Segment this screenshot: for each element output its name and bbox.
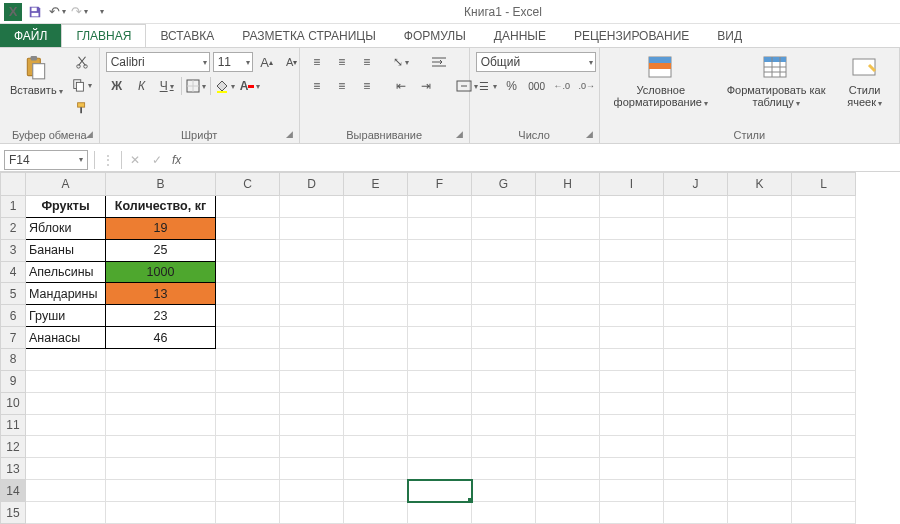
cell-K1[interactable] [728,196,792,218]
cell-A8[interactable] [26,349,106,371]
tab-formulas[interactable]: ФОРМУЛЫ [390,24,480,47]
cell-L7[interactable] [792,327,856,349]
cell-D3[interactable] [280,239,344,261]
row-header-11[interactable]: 11 [1,414,26,436]
cell-F10[interactable] [408,392,472,414]
cell-G3[interactable] [472,239,536,261]
cell-I12[interactable] [600,436,664,458]
cell-L4[interactable] [792,261,856,283]
tab-insert[interactable]: ВСТАВКА [146,24,228,47]
cell-K6[interactable] [728,305,792,327]
wrap-text-button[interactable] [426,52,452,72]
cell-B11[interactable] [106,414,216,436]
cell-C3[interactable] [216,239,280,261]
cell-H15[interactable] [536,502,600,524]
percent-button[interactable]: % [501,76,523,96]
cell-J8[interactable] [664,349,728,371]
cell-I9[interactable] [600,370,664,392]
cell-A13[interactable] [26,458,106,480]
column-header-A[interactable]: A [26,173,106,196]
cell-F13[interactable] [408,458,472,480]
cell-F7[interactable] [408,327,472,349]
cell-C15[interactable] [216,502,280,524]
row-header-10[interactable]: 10 [1,392,26,414]
increase-font-button[interactable]: A▴ [256,52,278,72]
cell-F1[interactable] [408,196,472,218]
cell-E6[interactable] [344,305,408,327]
cell-K2[interactable] [728,217,792,239]
cell-E13[interactable] [344,458,408,480]
cell-K5[interactable] [728,283,792,305]
cell-F4[interactable] [408,261,472,283]
cell-K7[interactable] [728,327,792,349]
font-launcher[interactable]: ◢ [286,129,293,139]
cell-D14[interactable] [280,480,344,502]
cell-E15[interactable] [344,502,408,524]
column-header-F[interactable]: F [408,173,472,196]
cell-I6[interactable] [600,305,664,327]
row-header-12[interactable]: 12 [1,436,26,458]
cell-H12[interactable] [536,436,600,458]
cell-C14[interactable] [216,480,280,502]
cell-C1[interactable] [216,196,280,218]
tab-view[interactable]: ВИД [703,24,756,47]
cell-B3[interactable]: 25 [106,239,216,261]
cell-E1[interactable] [344,196,408,218]
cell-G4[interactable] [472,261,536,283]
cell-B6[interactable]: 23 [106,305,216,327]
cell-E2[interactable] [344,217,408,239]
cell-B15[interactable] [106,502,216,524]
comma-button[interactable]: 000 [526,76,548,96]
cell-D9[interactable] [280,370,344,392]
save-button[interactable] [26,3,44,21]
cell-C8[interactable] [216,349,280,371]
cell-I13[interactable] [600,458,664,480]
cell-I8[interactable] [600,349,664,371]
cell-A4[interactable]: Апельсины [26,261,106,283]
cell-A2[interactable]: Яблоки [26,217,106,239]
cell-G12[interactable] [472,436,536,458]
cell-styles-button[interactable]: Стили ячеек▾ [836,52,893,111]
column-header-J[interactable]: J [664,173,728,196]
orientation-button[interactable]: ⤡▾ [390,52,412,72]
clipboard-launcher[interactable]: ◢ [86,129,93,139]
cell-A7[interactable]: Ананасы [26,327,106,349]
cell-J14[interactable] [664,480,728,502]
cell-I11[interactable] [600,414,664,436]
cell-E3[interactable] [344,239,408,261]
cell-H11[interactable] [536,414,600,436]
cell-B12[interactable] [106,436,216,458]
cell-C9[interactable] [216,370,280,392]
cell-L9[interactable] [792,370,856,392]
column-header-K[interactable]: K [728,173,792,196]
column-header-H[interactable]: H [536,173,600,196]
cell-L13[interactable] [792,458,856,480]
cell-E9[interactable] [344,370,408,392]
paste-button[interactable]: Вставить▾ [6,52,67,99]
formula-input[interactable] [185,150,900,170]
cell-K10[interactable] [728,392,792,414]
cell-G10[interactable] [472,392,536,414]
cell-L3[interactable] [792,239,856,261]
cell-D8[interactable] [280,349,344,371]
cell-J13[interactable] [664,458,728,480]
font-color-button[interactable]: A▾ [239,76,261,96]
redo-button[interactable]: ↷▾ [70,3,88,21]
cell-J2[interactable] [664,217,728,239]
column-header-I[interactable]: I [600,173,664,196]
cell-H10[interactable] [536,392,600,414]
cell-F8[interactable] [408,349,472,371]
select-all-corner[interactable] [1,173,26,196]
row-header-8[interactable]: 8 [1,349,26,371]
cell-F6[interactable] [408,305,472,327]
cell-D11[interactable] [280,414,344,436]
cell-H3[interactable] [536,239,600,261]
cell-C2[interactable] [216,217,280,239]
cell-H2[interactable] [536,217,600,239]
decrease-indent-button[interactable]: ⇤ [390,76,412,96]
cell-E4[interactable] [344,261,408,283]
cell-E12[interactable] [344,436,408,458]
cell-A1[interactable]: Фрукты [26,196,106,218]
align-bottom-button[interactable]: ≡ [356,52,378,72]
copy-button[interactable]: ▾ [71,75,93,95]
